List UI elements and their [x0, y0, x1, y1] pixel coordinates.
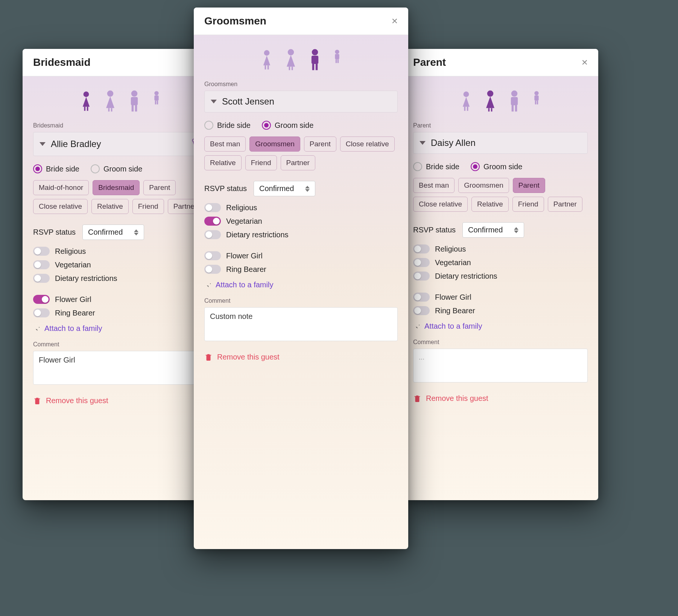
svg-rect-29 — [535, 101, 537, 105]
side-radio-group: Bride side Groom side — [413, 162, 588, 171]
remove-guest-button[interactable]: Remove this guest — [413, 391, 588, 405]
close-icon[interactable]: × — [392, 16, 398, 26]
chip-groomsmen[interactable]: Groomsmen — [458, 178, 509, 193]
svg-rect-26 — [515, 105, 517, 112]
svg-rect-40 — [316, 64, 318, 70]
man-icon[interactable] — [126, 90, 143, 112]
chip-close-relative[interactable]: Close relative — [413, 197, 468, 212]
man-icon[interactable] — [506, 90, 523, 112]
girl-icon[interactable] — [258, 49, 275, 71]
radio-bride-side[interactable]: Bride side — [204, 121, 251, 130]
svg-rect-28 — [534, 96, 538, 101]
close-icon[interactable]: × — [582, 57, 588, 68]
radio-groom-side[interactable]: Groom side — [471, 162, 522, 171]
side-radio-group: Bride side Groom side — [33, 164, 208, 173]
boy-icon[interactable] — [331, 49, 344, 66]
svg-rect-21 — [488, 108, 490, 111]
toggle-vegetarian[interactable]: Vegetarian — [204, 217, 398, 226]
chip-groomsmen[interactable]: Groomsmen — [249, 137, 300, 152]
radio-bride-side[interactable]: Bride side — [413, 162, 459, 171]
chip-friend[interactable]: Friend — [512, 197, 544, 212]
svg-rect-19 — [467, 107, 468, 111]
side-radio-group: Bride side Groom side — [204, 121, 398, 130]
toggle-vegetarian[interactable]: Vegetarian — [33, 260, 208, 269]
remove-guest-button[interactable]: Remove this guest — [33, 394, 208, 407]
attach-family-link[interactable]: Attach to a family — [413, 322, 588, 331]
chip-best-man[interactable]: Best man — [204, 137, 246, 152]
boy-icon[interactable] — [530, 90, 543, 107]
toggle-dietary[interactable]: Dietary restrictions — [33, 274, 208, 283]
boy-icon[interactable] — [150, 90, 163, 107]
guest-name: Allie Bradley — [51, 139, 185, 149]
toggle-flower-girl[interactable]: Flower Girl — [33, 295, 208, 304]
comment-label: Comment — [33, 341, 208, 348]
chip-parent[interactable]: Parent — [304, 137, 336, 152]
woman-icon[interactable] — [102, 90, 119, 112]
role-chips: Maid-of-honor Bridesmaid Parent Close re… — [33, 180, 208, 214]
chip-partner[interactable]: Partner — [281, 155, 315, 170]
svg-rect-36 — [292, 67, 293, 70]
svg-rect-11 — [154, 96, 158, 101]
chip-close-relative[interactable]: Close relative — [340, 137, 395, 152]
attach-family-link[interactable]: Attach to a family — [204, 281, 398, 289]
name-dropdown[interactable]: Daisy Allen — [413, 132, 588, 154]
rsvp-select[interactable]: Confirmed — [462, 222, 524, 238]
chip-partner[interactable]: Partner — [548, 197, 582, 212]
girl-icon[interactable] — [78, 90, 94, 112]
sort-icon — [305, 186, 310, 192]
radio-groom-side[interactable]: Groom side — [91, 164, 142, 173]
chip-friend[interactable]: Friend — [245, 155, 277, 170]
toggle-religious[interactable]: Religious — [33, 247, 208, 256]
svg-point-6 — [131, 91, 138, 97]
chip-friend[interactable]: Friend — [132, 199, 164, 214]
toggle-vegetarian[interactable]: Vegetarian — [413, 258, 588, 267]
card-body: Bridesmaid Allie Bradley Bride side Groo… — [23, 76, 218, 416]
girl-icon[interactable] — [458, 90, 474, 112]
trash-icon — [33, 396, 41, 405]
radio-bride-side[interactable]: Bride side — [33, 164, 79, 173]
chip-relative[interactable]: Relative — [204, 155, 242, 170]
svg-rect-43 — [336, 59, 337, 63]
chip-parent[interactable]: Parent — [513, 178, 545, 193]
toggle-flower-girl[interactable]: Flower Girl — [413, 293, 588, 302]
chip-close-relative[interactable]: Close relative — [33, 199, 88, 214]
remove-guest-button[interactable]: Remove this guest — [204, 350, 398, 364]
avatar-picker[interactable] — [413, 90, 588, 112]
chevron-down-icon — [40, 142, 46, 146]
toggle-ring-bearer[interactable]: Ring Bearer — [413, 306, 588, 315]
toggle-religious[interactable]: Religious — [413, 244, 588, 253]
attach-family-link[interactable]: Attach to a family — [33, 324, 208, 333]
name-dropdown[interactable]: Allie Bradley — [33, 132, 208, 156]
radio-groom-side[interactable]: Groom side — [262, 121, 313, 130]
avatar-picker[interactable] — [33, 90, 208, 112]
guest-name: Scott Jensen — [222, 96, 391, 107]
chevron-down-icon — [211, 100, 217, 103]
woman-icon[interactable] — [482, 90, 499, 112]
comment-input[interactable]: ... — [413, 349, 588, 382]
woman-icon[interactable] — [283, 49, 299, 71]
svg-point-3 — [107, 91, 114, 97]
name-dropdown[interactable]: Scott Jensen — [204, 91, 398, 112]
card-title: Groomsmen — [204, 15, 266, 27]
toggle-ring-bearer[interactable]: Ring Bearer — [33, 308, 208, 317]
chip-maid-of-honor[interactable]: Maid-of-honor — [33, 180, 89, 195]
chip-parent[interactable]: Parent — [143, 180, 176, 195]
toggle-flower-girl[interactable]: Flower Girl — [204, 251, 398, 260]
toggle-ring-bearer[interactable]: Ring Bearer — [204, 265, 398, 274]
avatar-picker[interactable] — [204, 49, 398, 71]
toggle-dietary[interactable]: Dietary restrictions — [204, 230, 398, 239]
toggle-dietary[interactable]: Dietary restrictions — [413, 272, 588, 281]
rsvp-select[interactable]: Confirmed — [254, 181, 315, 196]
chip-relative[interactable]: Relative — [91, 199, 129, 214]
man-icon[interactable] — [307, 49, 323, 71]
chip-bridesmaid[interactable]: Bridesmaid — [93, 180, 140, 195]
toggle-religious[interactable]: Religious — [204, 203, 398, 212]
rsvp-row: RSVP status Confirmed — [204, 181, 398, 196]
role-label: Groomsmen — [204, 81, 398, 88]
chip-relative[interactable]: Relative — [471, 197, 509, 212]
comment-input[interactable]: Custom note — [204, 307, 398, 341]
comment-input[interactable]: Flower Girl — [33, 351, 208, 385]
svg-rect-18 — [464, 107, 466, 111]
rsvp-select[interactable]: Confirmed — [82, 225, 144, 240]
chip-best-man[interactable]: Best man — [413, 178, 455, 193]
